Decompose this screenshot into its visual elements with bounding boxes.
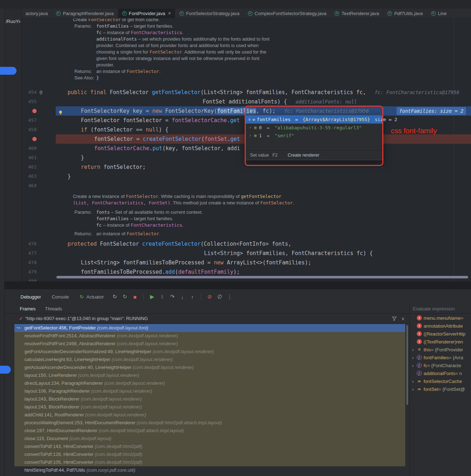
stack-frame-row[interactable]: close:197, HtmlDocumentRenderer (com.ite…	[14, 427, 405, 435]
watch-row[interactable]: !((TextRenderer)ren	[410, 338, 471, 346]
line-content: Returns:an instance of FontSelector.	[56, 68, 471, 75]
stack-frame-row[interactable]: processWaitingElement:253, HtmlDocumentR…	[14, 419, 405, 427]
frame-package: (com.itextpdf.html2pdf.attach.impl.layou…	[99, 428, 184, 433]
watch-row[interactable]: padditionalFonts = n	[410, 369, 471, 377]
horizontal-scrollbar[interactable]	[56, 276, 468, 278]
thread-selector[interactable]: ✓ "http-nio-9307-exec-1"@13,040 in group…	[5, 314, 410, 324]
editor-tab-pdf7utils-java[interactable]: CPdf7Utils.java	[383, 9, 427, 18]
editor-tab-fontselectorstrategy-java[interactable]: CFontSelectorStrategy.java	[175, 9, 244, 18]
stack-frame-row[interactable]: layout:243, BlockRenderer (com.itextpdf.…	[14, 403, 405, 411]
watch-row[interactable]: !((ReactorServerHttp	[410, 330, 471, 338]
watch-row[interactable]: ›≡this = {FontProvider	[410, 346, 471, 353]
stack-frame-row[interactable]: resolveFirstPdfFont:2514, AbstractRender…	[14, 332, 405, 340]
watch-icon: ∞	[253, 117, 255, 122]
chevron-down-icon[interactable]: ∨	[248, 117, 251, 122]
array-item-row[interactable]: ›≡1 = "serif"	[246, 131, 382, 139]
code-line[interactable]: 479fontFamiliesToBeProcessed.add(default…	[22, 267, 471, 277]
value-icon: ≡	[417, 347, 422, 352]
stop-icon[interactable]: ■	[132, 294, 138, 300]
stack-frame-row[interactable]: layout:243, BlockRenderer (com.itextpdf.…	[14, 395, 405, 403]
watch-row[interactable]: ›∞fontSet = {FontSet@	[410, 385, 471, 393]
tab-threads[interactable]: Threads	[45, 306, 62, 311]
toolwindow-stripe-active-icon[interactable]	[0, 67, 17, 75]
variables-panel: Evaluate expression !menu.menuName = !an…	[410, 304, 471, 476]
editor-tab-line[interactable]: CLine	[427, 9, 451, 18]
chevron-right-icon[interactable]: ›	[412, 387, 417, 392]
code-line[interactable]: 462return fontSelector;	[22, 162, 471, 172]
stack-frame-row[interactable]: layout:106, ParagraphRenderer (com.itext…	[14, 387, 405, 395]
chevron-right-icon[interactable]: ›	[249, 125, 252, 130]
watch-row[interactable]: ›pfc = {FontCharacte	[410, 361, 471, 369]
editor-tab-actory-java[interactable]: actory.java	[22, 9, 52, 18]
editor-tab-complexfontselectorstrategy-java[interactable]: CComplexFontSelectorStrategy.java	[244, 9, 331, 18]
breakpoint-icon[interactable]	[32, 137, 37, 141]
tab-frames[interactable]: Frames	[20, 306, 36, 311]
stack-frame-row[interactable]: resolveFirstPdfFont:2498, AbstractRender…	[14, 340, 405, 348]
chevron-down-icon[interactable]: ∨	[401, 316, 405, 321]
vertical-scrollbar[interactable]	[406, 325, 408, 405]
stack-frame-row[interactable]: getFontAscenderDescenderNormalized:49, L…	[14, 348, 405, 356]
evaluate-expression-field[interactable]: Evaluate expression	[410, 304, 471, 314]
step-over-icon[interactable]: ↷	[169, 294, 175, 300]
set-value-action[interactable]: Set value	[250, 153, 269, 158]
stack-frame-row[interactable]: convertToPdf:143, HtmlConverter (com.ite…	[14, 443, 405, 450]
filter-funnel-icon[interactable]	[392, 316, 397, 321]
create-renderer-action[interactable]: Create renderer	[288, 153, 319, 158]
stack-frame-row[interactable]: getActualAscenderDescender:40, LineHeigh…	[14, 364, 405, 371]
stack-frame-row[interactable]: directLayout:234, ParagraphRenderer (com…	[14, 379, 405, 387]
popup-variable-header[interactable]: ∨ ∞ fontFamilies = {Arrays$ArrayList@179…	[246, 115, 382, 124]
code-line[interactable]: 477List<String> fontFamilies, FontCharac…	[22, 249, 471, 258]
gutter-space	[37, 193, 56, 200]
stack-frame-row[interactable]: ↪getFontSelector:456, FontProvider (com.…	[14, 324, 405, 332]
line-content: FontSet additionalFonts) {additionalFont…	[56, 97, 471, 106]
rerun-icon[interactable]: ↻	[112, 294, 118, 300]
watch-row[interactable]: ›∞fontSelectorCache	[410, 377, 471, 385]
watch-row[interactable]: !menu.menuName =	[410, 314, 471, 322]
line-number	[22, 18, 37, 23]
watch-row[interactable]: ›pfontFamilies = {Arra	[410, 353, 471, 361]
code-line[interactable]: 476protected FontSelector createFontSele…	[22, 239, 471, 249]
close-tab-icon[interactable]: ×	[168, 10, 171, 16]
code-line[interactable]: FontSelectorKey key = new FontSelectorKe…	[22, 106, 471, 116]
editor-tab-fontprovider-java[interactable]: CFontProvider.java×	[118, 9, 175, 18]
gutter-space	[37, 200, 56, 206]
chevron-right-icon[interactable]: ›	[412, 379, 417, 384]
editor-tab-paragraphrenderer-java[interactable]: CParagraphRenderer.java	[52, 9, 118, 18]
pause-icon[interactable]: ‖	[159, 294, 165, 300]
debug-tab-debugger[interactable]: Debugger	[20, 294, 41, 300]
stack-frame-row[interactable]: layout:150, LineRenderer (com.itextpdf.l…	[14, 371, 405, 379]
set-value-shortcut: F2	[272, 153, 278, 158]
resume-icon[interactable]: ▶	[149, 294, 155, 300]
more-icon[interactable]: ⋮	[227, 294, 233, 300]
step-into-icon[interactable]: ↓	[179, 294, 185, 300]
chevron-right-icon[interactable]: ›	[412, 363, 417, 368]
code-line[interactable]: 455FontSet additionalFonts) {additionalF…	[22, 97, 471, 106]
editor-tab-textrenderer-java[interactable]: CTextRenderer.java	[331, 9, 383, 18]
code-line[interactable]: 454@public final FontSelector getFontSel…	[22, 88, 471, 97]
evaluate-expression-icon[interactable]: ∅	[217, 294, 223, 300]
stack-frame-row[interactable]: close:115, Document (com.itextpdf.layout…	[14, 435, 405, 443]
toolwindow-stripe-active-icon[interactable]	[0, 366, 11, 374]
gutter-space	[37, 36, 56, 42]
debug-tab-actuator[interactable]: ↻Actuator	[80, 294, 104, 300]
debug-tab-console[interactable]: Console	[52, 294, 69, 300]
chevron-right-icon[interactable]: ›	[412, 347, 417, 352]
chevron-right-icon[interactable]: ›	[249, 133, 252, 138]
array-item-row[interactable]: ›≡0 = "alibabapuhuiti-3-55-regularl3"	[246, 124, 382, 131]
rerun-debug-icon[interactable]: ↻	[122, 294, 128, 300]
step-out-icon[interactable]: ↑	[189, 294, 195, 300]
watch-name: additionalFonts	[424, 371, 455, 376]
mute-breakpoints-icon[interactable]: ⊘	[207, 294, 213, 300]
code-line[interactable]: 463}	[22, 172, 471, 181]
stack-frame-row[interactable]: htmlStringToPdf:44, Pdf7Utils (com.ruoyi…	[14, 466, 405, 474]
stack-frame-row[interactable]: addChild:141, RootRenderer (com.itextpdf…	[14, 411, 405, 419]
stack-frame-row[interactable]: convertToPdf:105, HtmlConverter (com.ite…	[14, 458, 405, 466]
code-line[interactable]: 478List<String> fontFamiliesToBeProcesse…	[22, 258, 471, 267]
chevron-right-icon[interactable]: ›	[412, 355, 417, 360]
breakpoint-icon[interactable]	[32, 109, 37, 113]
stack-frame-row[interactable]: convertToPdf:128, HtmlConverter (com.ite…	[14, 450, 405, 458]
watch-row[interactable]: !annotationAttribute	[410, 322, 471, 330]
code-line[interactable]: 464	[22, 181, 471, 190]
frame-location: getFontAscenderDescenderNormalized:49, L…	[24, 349, 153, 354]
stack-frame-row[interactable]: calculateLineHeight:63, LineHeightHelper…	[14, 356, 405, 364]
